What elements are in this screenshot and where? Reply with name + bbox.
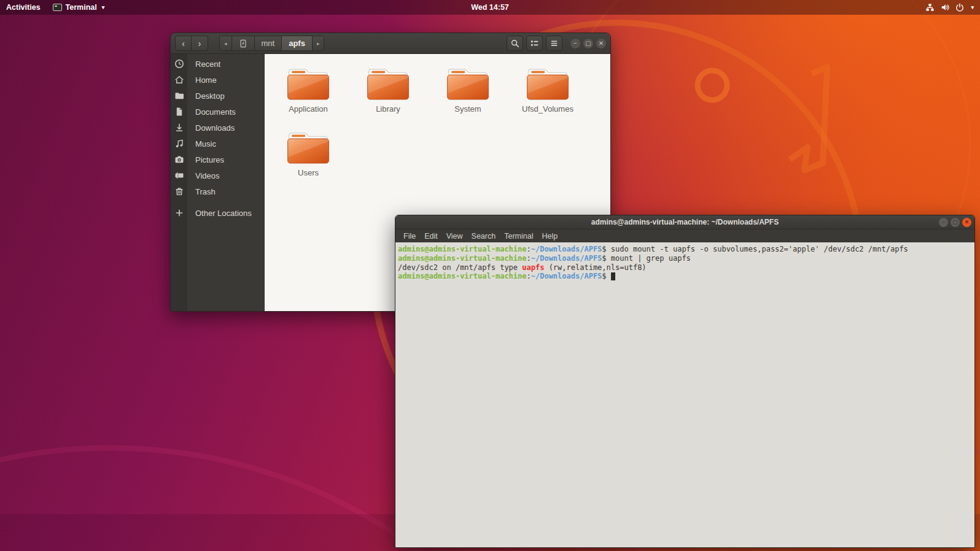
terminal-text-user: admins@admins-virtual-machine	[398, 245, 527, 253]
sidebar-item-label: Music	[195, 139, 216, 148]
sidebar-item-music[interactable]: Music	[171, 136, 265, 152]
app-menu-button[interactable]: Terminal ▾	[47, 0, 111, 15]
path-segment-apfs[interactable]: apfs	[282, 36, 313, 50]
terminal-text-plain: $ mount | grep uapfs	[602, 254, 691, 263]
terminal-line: admins@admins-virtual-machine:~/Download…	[398, 245, 972, 254]
minimize-button[interactable]: −	[939, 218, 948, 227]
path-bar: ◂ mnt apfs ▸	[219, 36, 324, 51]
folder-label: Application	[289, 104, 328, 114]
folder-label: System	[454, 104, 481, 114]
sidebar-item-home[interactable]: Home	[171, 72, 265, 88]
sidebar-item-desktop[interactable]: Desktop	[171, 88, 265, 104]
folder-icon	[444, 64, 492, 102]
path-scroll-right-icon[interactable]: ▸	[313, 36, 324, 50]
folder-item-library[interactable]: Library	[348, 64, 428, 128]
sidebar-item-videos[interactable]: Videos	[171, 168, 265, 183]
terminal-text-plain: :	[527, 245, 531, 253]
terminal-text-match: uapfs	[522, 263, 544, 272]
terminal-text-path: ~/Downloads/APFS	[531, 254, 602, 263]
path-segment-mnt[interactable]: mnt	[255, 36, 282, 50]
sidebar-item-downloads[interactable]: Downloads	[171, 120, 265, 136]
folder-icon	[284, 128, 332, 166]
search-icon	[510, 39, 519, 48]
video-icon	[174, 171, 184, 180]
maximize-button[interactable]: ▢	[951, 218, 960, 227]
terminal-output[interactable]: admins@admins-virtual-machine:~/Download…	[395, 242, 974, 547]
desktop: Activities Terminal ▾ Wed 14:57 ▾ ‹ ›	[0, 0, 980, 551]
folder-item-application[interactable]: Application	[268, 64, 348, 128]
terminal-text-user: admins@admins-virtual-machine	[398, 254, 527, 263]
forward-button[interactable]: ›	[192, 36, 208, 51]
terminal-title: admins@admins-virtual-machine: ~/Downloa…	[395, 218, 974, 226]
menu-edit[interactable]: Edit	[420, 232, 442, 241]
terminal-line: /dev/sdc2 on /mnt/apfs type uapfs (rw,re…	[398, 263, 972, 272]
volume-icon	[940, 3, 950, 12]
folder-icon	[524, 64, 572, 102]
sidebar-item-label: Videos	[195, 171, 220, 180]
folder-icon	[284, 64, 332, 102]
network-icon	[925, 3, 935, 12]
maximize-button[interactable]: ▢	[583, 39, 593, 48]
terminal-text-path: ~/Downloads/APFS	[531, 245, 602, 253]
camera-icon	[174, 155, 184, 164]
trash-icon	[174, 187, 184, 196]
chevron-down-icon: ▾	[102, 4, 105, 10]
terminal-line: admins@admins-virtual-machine:~/Download…	[398, 272, 972, 281]
sidebar-item-pictures[interactable]: Pictures	[171, 152, 265, 168]
plus-icon	[174, 208, 184, 218]
sidebar-item-trash[interactable]: Trash	[171, 183, 265, 199]
activities-button[interactable]: Activities	[0, 0, 47, 15]
system-tray[interactable]: ▾	[919, 0, 980, 15]
chevron-down-icon: ▾	[971, 4, 974, 10]
folder-item-users[interactable]: Users	[268, 128, 348, 192]
menu-help[interactable]: Help	[537, 232, 562, 241]
top-bar: Activities Terminal ▾ Wed 14:57 ▾	[0, 0, 980, 15]
hamburger-icon	[550, 39, 559, 48]
menu-view[interactable]: View	[442, 232, 467, 241]
sidebar-item-documents[interactable]: Documents	[171, 104, 265, 120]
folder-icon	[174, 91, 184, 101]
minimize-button[interactable]: −	[570, 39, 580, 48]
sidebar-item-label: Documents	[195, 107, 236, 117]
app-menu-label: Terminal	[66, 3, 97, 12]
path-scroll-left-icon[interactable]: ◂	[220, 36, 232, 50]
download-icon	[174, 123, 184, 133]
terminal-titlebar[interactable]: admins@admins-virtual-machine: ~/Downloa…	[395, 215, 974, 229]
files-headerbar[interactable]: ‹ › ◂ mnt apfs ▸	[171, 33, 610, 54]
terminal-text-path: ~/Downloads/APFS	[531, 272, 602, 280]
folder-label: Ufsd_Volumes	[522, 104, 574, 114]
terminal-window: admins@admins-virtual-machine: ~/Downloa…	[395, 215, 975, 548]
menu-button[interactable]	[546, 36, 562, 51]
menu-terminal[interactable]: Terminal	[500, 232, 537, 241]
view-toggle-button[interactable]	[526, 36, 543, 51]
folder-item-system[interactable]: System	[428, 64, 508, 128]
terminal-line: admins@admins-virtual-machine:~/Download…	[398, 254, 972, 263]
folder-item-ufsd-volumes[interactable]: Ufsd_Volumes	[508, 64, 588, 128]
sidebar-item-recent[interactable]: Recent	[171, 56, 265, 72]
search-button[interactable]	[507, 36, 523, 51]
music-icon	[174, 139, 184, 148]
folder-icon	[364, 64, 412, 102]
terminal-menubar: FileEditViewSearchTerminalHelp	[395, 229, 974, 242]
sidebar-item-label: Trash	[195, 187, 216, 196]
clock[interactable]: Wed 14:57	[465, 0, 515, 15]
power-icon	[955, 3, 964, 12]
files-sidebar: RecentHomeDesktopDocumentsDownloadsMusic…	[171, 54, 265, 311]
terminal-text-plain: $ sudo mount -t uapfs -o subvolumes,pass…	[602, 245, 908, 253]
close-button[interactable]: ✕	[962, 218, 971, 227]
terminal-text-plain: (rw,relatime,nls=utf8)	[544, 263, 646, 272]
close-button[interactable]: ✕	[596, 39, 606, 48]
nav-buttons: ‹ ›	[175, 36, 208, 51]
files-window-controls: − ▢ ✕	[570, 39, 606, 48]
menu-search[interactable]: Search	[467, 232, 500, 241]
document-icon	[174, 107, 184, 117]
sidebar-item-other-locations[interactable]: Other Locations	[171, 205, 265, 221]
menu-file[interactable]: File	[399, 232, 420, 241]
sidebar-item-label: Pictures	[195, 155, 224, 164]
drive-button[interactable]	[232, 36, 255, 50]
terminal-text-plain: :	[527, 254, 531, 263]
back-button[interactable]: ‹	[175, 36, 192, 51]
sidebar-item-label: Recent	[195, 60, 220, 69]
terminal-text-plain: $	[602, 272, 610, 280]
sidebar-item-label: Desktop	[195, 91, 225, 101]
